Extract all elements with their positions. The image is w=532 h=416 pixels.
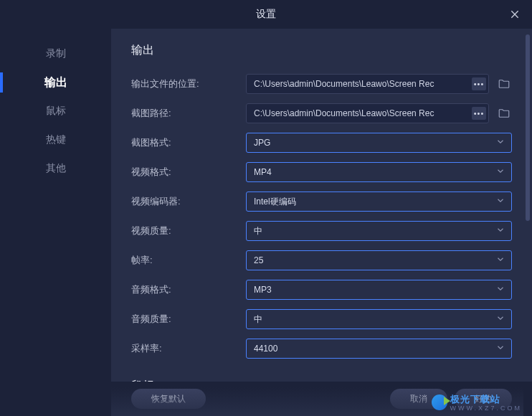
sidebar-item-hotkey[interactable]: 热键 xyxy=(0,126,111,154)
row-screenshot-path: 截图路径: C:\Users\admin\Documents\Leawo\Scr… xyxy=(131,103,512,123)
close-icon xyxy=(509,9,521,20)
sidebar-item-output[interactable]: 输出 xyxy=(0,68,111,97)
section-title-output: 输出 xyxy=(131,43,512,58)
row-audio-quality: 音频质量: 中 xyxy=(131,309,512,329)
close-button[interactable] xyxy=(506,6,523,23)
chevron-down-icon xyxy=(495,137,505,149)
label-audio-quality: 音频质量: xyxy=(131,313,239,326)
folder-icon xyxy=(498,107,510,120)
label-audio-format: 音频格式: xyxy=(131,283,239,296)
chevron-down-icon xyxy=(495,166,505,179)
folder-icon xyxy=(498,77,510,90)
label-screenshot-format: 截图格式: xyxy=(131,136,239,149)
label-frame-rate: 帧率: xyxy=(131,254,239,267)
label-video-encoder: 视频编码器: xyxy=(131,195,239,208)
sidebar-item-label: 鼠标 xyxy=(46,105,66,118)
sidebar-item-mouse[interactable]: 鼠标 xyxy=(0,97,111,126)
label-sample-rate: 采样率: xyxy=(131,342,239,355)
row-video-quality: 视频质量: 中 xyxy=(131,221,512,241)
scroll-area: 输出 输出文件的位置: C:\Users\admin\Documents\Lea… xyxy=(111,29,532,382)
select-video-quality[interactable]: 中 xyxy=(246,221,512,241)
select-video-encoder[interactable]: Intel硬编码 xyxy=(246,192,512,212)
browse-screenshot-path-button[interactable]: ••• xyxy=(472,107,486,120)
input-output-path[interactable]: C:\Users\admin\Documents\Leawo\Screen Re… xyxy=(246,74,489,94)
sidebar-item-label: 热键 xyxy=(46,133,66,146)
select-sample-rate[interactable]: 44100 xyxy=(246,339,512,359)
chevron-down-icon xyxy=(495,343,505,355)
row-screenshot-format: 截图格式: JPG xyxy=(131,133,512,153)
chevron-down-icon xyxy=(495,255,505,267)
select-video-format[interactable]: MP4 xyxy=(246,162,512,182)
label-output-path: 输出文件的位置: xyxy=(131,77,239,90)
open-screenshot-folder-button[interactable] xyxy=(496,105,512,121)
restore-defaults-button[interactable]: 恢复默认 xyxy=(131,389,206,409)
row-frame-rate: 帧率: 25 xyxy=(131,250,512,270)
scrollbar[interactable] xyxy=(525,34,531,380)
browse-output-path-button[interactable]: ••• xyxy=(472,77,486,90)
title-bar: 设置 xyxy=(0,0,532,29)
chevron-down-icon xyxy=(495,225,505,237)
sidebar-item-other[interactable]: 其他 xyxy=(0,154,111,183)
label-video-quality: 视频质量: xyxy=(131,224,239,237)
select-audio-quality[interactable]: 中 xyxy=(246,309,512,329)
open-output-folder-button[interactable] xyxy=(496,76,512,92)
row-audio-format: 音频格式: MP3 xyxy=(131,280,512,300)
scrollbar-thumb[interactable] xyxy=(526,34,530,221)
chevron-down-icon xyxy=(495,196,505,208)
footer: 恢复默认 取消 好的 极光下载站 WWW.XZ7.COM xyxy=(111,382,532,416)
select-frame-rate[interactable]: 25 xyxy=(246,250,512,270)
sidebar-item-label: 输出 xyxy=(44,75,67,90)
ok-button[interactable]: 好的 xyxy=(455,389,512,409)
label-video-format: 视频格式: xyxy=(131,166,239,179)
select-screenshot-format[interactable]: JPG xyxy=(246,133,512,153)
row-video-encoder: 视频编码器: Intel硬编码 xyxy=(131,192,512,212)
row-sample-rate: 采样率: 44100 xyxy=(131,339,512,359)
window-title: 设置 xyxy=(256,8,276,21)
sidebar: 录制 输出 鼠标 热键 其他 xyxy=(0,29,111,416)
chevron-down-icon xyxy=(495,284,505,296)
sidebar-item-label: 其他 xyxy=(46,162,66,175)
row-output-path: 输出文件的位置: C:\Users\admin\Documents\Leawo\… xyxy=(131,74,512,94)
input-screenshot-path[interactable]: C:\Users\admin\Documents\Leawo\Screen Re… xyxy=(246,103,489,123)
row-video-format: 视频格式: MP4 xyxy=(131,162,512,182)
cancel-button[interactable]: 取消 xyxy=(390,389,447,409)
select-audio-format[interactable]: MP3 xyxy=(246,280,512,300)
chevron-down-icon xyxy=(495,313,505,326)
sidebar-item-label: 录制 xyxy=(46,47,66,60)
main-panel: 输出 输出文件的位置: C:\Users\admin\Documents\Lea… xyxy=(111,29,532,416)
sidebar-item-record[interactable]: 录制 xyxy=(0,39,111,68)
label-screenshot-path: 截图路径: xyxy=(131,107,239,120)
